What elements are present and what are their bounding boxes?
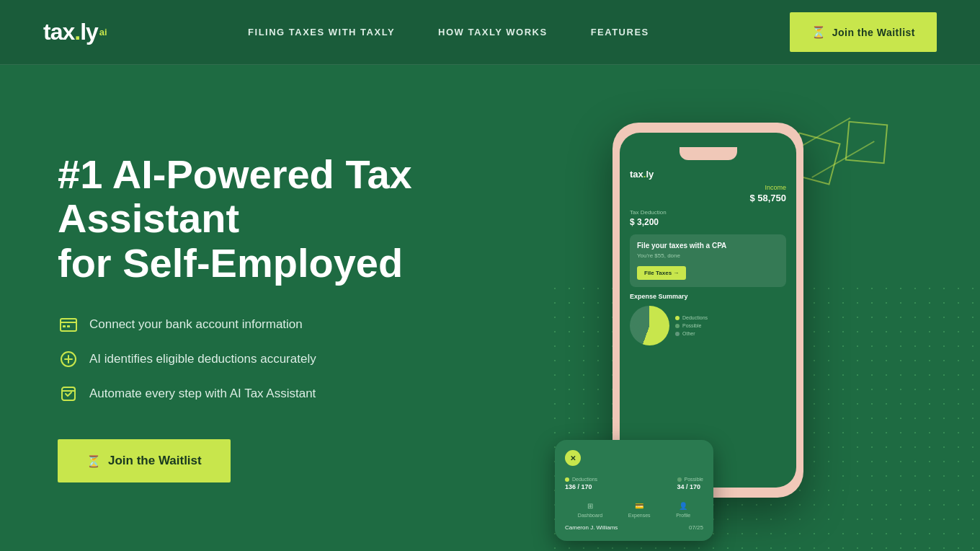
phone-mockup: tax.ly Income $ 58,750 Tax Deduction $ 3… xyxy=(612,123,814,498)
phone-notch xyxy=(680,147,737,160)
card-name: Cameron J. Williams xyxy=(565,524,618,531)
card-bottom: Cameron J. Williams 07/25 xyxy=(565,524,703,531)
nav-waitlist-button[interactable]: ⏳ Join the Waitlist xyxy=(790,12,937,52)
legend-dot-deductions xyxy=(675,316,680,320)
sidebar-dashboard: ⊞ Dashboard xyxy=(578,502,602,518)
navbar: tax.ly ai FILING TAXES WITH TAXLY HOW TA… xyxy=(0,0,980,65)
legend-dot-other xyxy=(675,332,680,336)
nav-features[interactable]: FEATURES xyxy=(591,27,649,38)
sidebar-expenses-label: Expenses xyxy=(628,513,651,518)
sidebar-profile: 👤 Profile xyxy=(676,502,690,518)
sidebar-profile-label: Profile xyxy=(676,513,690,518)
sidebar-expenses-icon: 💳 xyxy=(635,502,643,510)
legend-possible-text: Possible xyxy=(682,323,701,328)
nav-waitlist-label: Join the Waitlist xyxy=(832,27,915,38)
logo-dot: . xyxy=(74,19,80,45)
card-stats: Deductions 136 / 170 Possible 34 / 170 xyxy=(565,477,703,490)
ai-icon xyxy=(58,348,79,370)
svg-rect-4 xyxy=(62,387,75,400)
legend-other: Other xyxy=(675,331,708,336)
phone-deduction-label: Tax Deduction xyxy=(630,209,786,216)
pie-legend: Deductions Possible Other xyxy=(675,315,708,336)
logo-text: tax.ly xyxy=(43,19,98,45)
hero-title-line2: for Self-Employed xyxy=(58,240,403,286)
feature-2-text: AI identifies eligible deductions accura… xyxy=(89,352,316,366)
stat-label-possible: Possible xyxy=(685,477,703,482)
stat-label-deductions: Deductions xyxy=(572,477,597,482)
phone-income-label: Income xyxy=(630,184,786,191)
sidebar-dashboard-icon: ⊞ xyxy=(587,502,593,510)
stat-dot-deductions xyxy=(565,477,569,482)
hero-feature-1: Connect your bank account information xyxy=(58,314,490,335)
phone-cpa-title: File your taxes with a CPA xyxy=(637,242,779,250)
phone-cpa-button[interactable]: File Taxes → xyxy=(637,266,686,280)
hero-hourglass-icon: ⏳ xyxy=(86,454,101,468)
hero-title: #1 AI-Powered Tax Assistant for Self-Emp… xyxy=(58,152,490,286)
feature-1-text: Connect your bank account information xyxy=(89,317,303,332)
stat-val-deductions: 136 / 170 xyxy=(565,483,597,490)
nav-filing[interactable]: FILING TAXES WITH TAXLY xyxy=(248,27,395,38)
automate-icon xyxy=(58,383,79,405)
hero-waitlist-label: Join the Waitlist xyxy=(108,454,202,468)
nav-links: FILING TAXES WITH TAXLY HOW TAXLY WORKS … xyxy=(248,27,649,38)
logo: tax.ly ai xyxy=(43,19,107,45)
svg-rect-0 xyxy=(61,319,76,331)
card-logo: ✕ xyxy=(565,450,703,466)
card-stat-possible: Possible 34 / 170 xyxy=(677,477,703,490)
phone-cpa-box: File your taxes with a CPA You're $55, d… xyxy=(630,234,786,287)
phone-income-value: $ 58,750 xyxy=(630,193,786,203)
legend-other-text: Other xyxy=(682,331,695,336)
pie-chart-visual xyxy=(630,306,669,345)
phone-expense-title: Expense Summary xyxy=(630,293,786,300)
hero-content: #1 AI-Powered Tax Assistant for Self-Emp… xyxy=(58,152,490,483)
sidebar-dashboard-label: Dashboard xyxy=(578,513,602,518)
stat-val-possible: 34 / 170 xyxy=(677,483,703,490)
hourglass-icon: ⏳ xyxy=(811,25,827,39)
phone-deduction-value: $ 3,200 xyxy=(630,217,786,227)
legend-deductions-text: Deductions xyxy=(682,315,708,320)
hero-title-line1: #1 AI-Powered Tax Assistant xyxy=(58,151,412,242)
deco-rect-3 xyxy=(845,121,888,164)
svg-rect-1 xyxy=(63,325,66,327)
phone-screen: tax.ly Income $ 58,750 Tax Deduction $ 3… xyxy=(620,133,796,488)
bank-icon xyxy=(58,314,79,335)
hero-visual: tax.ly Income $ 58,750 Tax Deduction $ 3… xyxy=(490,108,922,526)
legend-possible: Possible xyxy=(675,323,708,328)
feature-3-text: Automate every step with AI Tax Assistan… xyxy=(89,387,316,401)
hero-waitlist-button[interactable]: ⏳ Join the Waitlist xyxy=(58,439,231,482)
phone-cpa-subtitle: You're $55, done xyxy=(637,252,779,259)
hero-feature-2: AI identifies eligible deductions accura… xyxy=(58,348,490,370)
phone-brand-logo: tax.ly xyxy=(630,169,654,180)
card-expiry: 07/25 xyxy=(689,524,703,531)
sidebar-profile-icon: 👤 xyxy=(679,502,687,510)
sidebar-expenses: 💳 Expenses xyxy=(628,502,651,518)
hero-section: #1 AI-Powered Tax Assistant for Self-Emp… xyxy=(0,65,980,551)
svg-rect-2 xyxy=(67,325,70,327)
card-overlay: ✕ Deductions 136 / 170 xyxy=(555,440,713,541)
phone-body: tax.ly Income $ 58,750 Tax Deduction $ 3… xyxy=(612,123,803,498)
card-stat-deductions: Deductions 136 / 170 xyxy=(565,477,597,490)
logo-ai-suffix: ai xyxy=(99,27,107,38)
card-logo-icon: ✕ xyxy=(565,450,581,466)
legend-dot-possible xyxy=(675,324,680,328)
phone-brand: tax.ly xyxy=(630,169,786,180)
hero-features-list: Connect your bank account information AI… xyxy=(58,314,490,405)
stat-dot-possible xyxy=(677,477,682,482)
card-sidebar-icons: ⊞ Dashboard 💳 Expenses 👤 Profile xyxy=(565,502,703,518)
hero-feature-3: Automate every step with AI Tax Assistan… xyxy=(58,383,490,405)
phone-pie-chart: Deductions Possible Other xyxy=(630,306,786,345)
nav-how[interactable]: HOW TAXLY WORKS xyxy=(438,27,548,38)
legend-deductions: Deductions xyxy=(675,315,708,320)
